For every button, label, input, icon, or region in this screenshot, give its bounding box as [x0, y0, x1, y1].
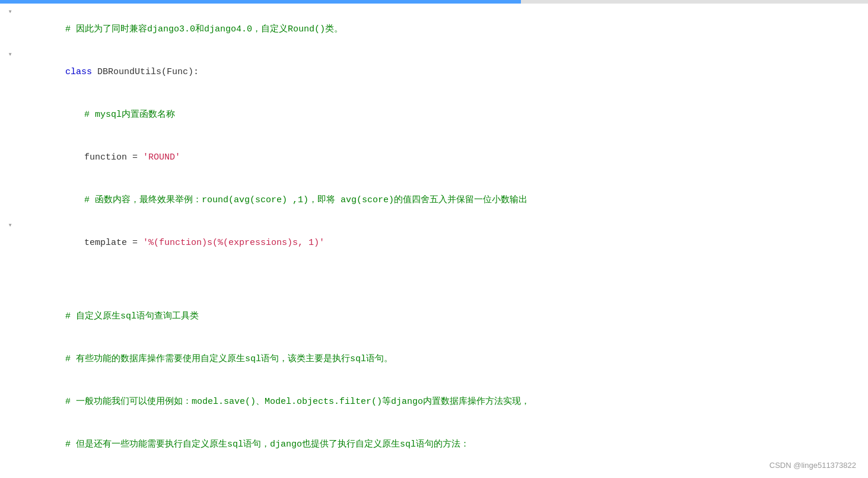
fold-icon-6[interactable]: ▾ — [6, 222, 14, 230]
line-5: # 函数内容，最终效果举例：round(avg(score) ,1)，即将 av… — [0, 179, 868, 222]
editor-container: ▾ # 因此为了同时兼容django3.0和django4.0，自定义Round… — [0, 0, 868, 478]
line-9: # 自定义原生sql语句查询工具类 — [0, 295, 868, 338]
comment-9: # 自定义原生sql语句查询工具类 — [65, 311, 199, 321]
classname-1: DBRoundUtils(Func): — [97, 67, 199, 77]
line-content-13: # Model.objects.raw(sql)、Model.objects.e… — [18, 466, 861, 478]
line-7 — [0, 265, 868, 280]
line-content-5: # 函数内容，最终效果举例：round(avg(score) ,1)，即将 av… — [18, 179, 861, 222]
line-content-2: class DBRoundUtils(Func): — [18, 51, 861, 94]
line-content-10: # 有些功能的数据库操作需要使用自定义原生sql语句，该类主要是执行sql语句。 — [18, 338, 861, 381]
line-2: ▾ class DBRoundUtils(Func): — [0, 51, 868, 94]
code-area: ▾ # 因此为了同时兼容django3.0和django4.0，自定义Round… — [0, 4, 868, 478]
comment-1: # 因此为了同时兼容django3.0和django4.0，自定义Round()… — [65, 24, 343, 34]
line-8 — [0, 280, 868, 295]
line-12: # 但是还有一些功能需要执行自定义原生sql语句，django也提供了执行自定义… — [0, 423, 868, 466]
comment-3: # mysql内置函数名称 — [84, 110, 175, 120]
line-1: ▾ # 因此为了同时兼容django3.0和django4.0，自定义Round… — [0, 8, 868, 51]
gutter-2: ▾ — [0, 51, 18, 59]
line-3: # mysql内置函数名称 — [0, 94, 868, 136]
comment-11: # 一般功能我们可以使用例如：model.save()、Model.object… — [65, 397, 530, 407]
line-11: # 一般功能我们可以使用例如：model.save()、Model.object… — [0, 381, 868, 423]
comment-5: # 函数内容，最终效果举例：round(avg(score) ,1)，即将 av… — [84, 195, 527, 205]
gutter-1: ▾ — [0, 8, 18, 17]
line-6: ▾ template = '%(function)s(%(expressions… — [0, 222, 868, 265]
line-13: # Model.objects.raw(sql)、Model.objects.e… — [0, 466, 868, 478]
line-4: function = 'ROUND' — [0, 136, 868, 179]
line-10: # 有些功能的数据库操作需要使用自定义原生sql语句，该类主要是执行sql语句。 — [0, 338, 868, 381]
normal-4: function = — [84, 152, 143, 162]
line-content-3: # mysql内置函数名称 — [18, 94, 861, 136]
str-4: 'ROUND' — [143, 152, 180, 162]
line-content-11: # 一般功能我们可以使用例如：model.save()、Model.object… — [18, 381, 861, 423]
line-content-1: # 因此为了同时兼容django3.0和django4.0，自定义Round()… — [18, 8, 861, 51]
line-content-9: # 自定义原生sql语句查询工具类 — [18, 295, 861, 338]
fold-icon-2[interactable]: ▾ — [6, 51, 14, 59]
fold-icon-1[interactable]: ▾ — [6, 8, 14, 17]
str-6: '%(function)s(%(expressions)s, 1)' — [143, 238, 325, 248]
line-content-12: # 但是还有一些功能需要执行自定义原生sql语句，django也提供了执行自定义… — [18, 423, 861, 466]
line-content-6: template = '%(function)s(%(expressions)s… — [18, 222, 861, 265]
comment-12: # 但是还有一些功能需要执行自定义原生sql语句，django也提供了执行自定义… — [65, 439, 469, 450]
kw-class-1: class — [65, 67, 97, 77]
normal-6: template = — [84, 238, 143, 248]
gutter-6: ▾ — [0, 222, 18, 230]
credit-text: CSDN @linge511373822 — [770, 460, 856, 472]
line-content-4: function = 'ROUND' — [18, 136, 861, 179]
comment-10: # 有些功能的数据库操作需要使用自定义原生sql语句，该类主要是执行sql语句。 — [65, 354, 393, 364]
